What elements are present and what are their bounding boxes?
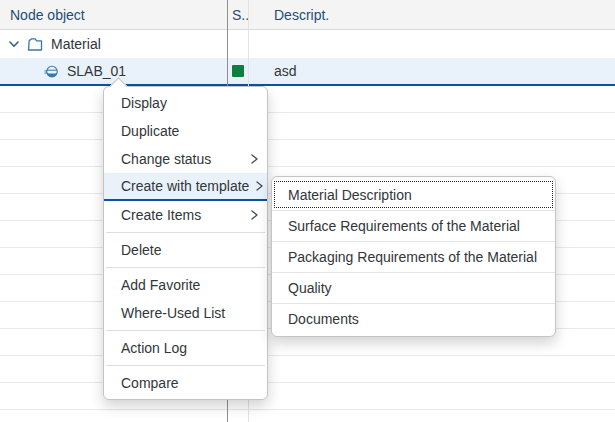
context-menu: Display Duplicate Change status Create w…: [103, 86, 268, 400]
submenu-arrow-icon: [250, 209, 259, 221]
submenu-item-quality[interactable]: Quality: [272, 272, 555, 303]
empty-table-row: [0, 140, 615, 167]
menu-item-duplicate[interactable]: Duplicate: [104, 117, 267, 145]
submenu-item-documents[interactable]: Documents: [272, 303, 555, 334]
submenu-arrow-icon: [250, 153, 259, 165]
menu-item-compare[interactable]: Compare: [104, 369, 267, 397]
context-menu-items: Display Duplicate Change status Create w…: [104, 89, 267, 397]
table-header: Node object S... Descript.: [0, 0, 615, 30]
submenu-item-label: Surface Requirements of the Material: [288, 218, 520, 234]
node-label: Material: [51, 36, 101, 52]
menu-separator: [106, 330, 265, 331]
tree-row-slab-01[interactable]: SLAB_01 asd: [0, 58, 615, 86]
status-cell: [227, 58, 248, 84]
node-tree-screen: Node object S... Descript. Material: [0, 0, 615, 422]
empty-table-row: [0, 383, 615, 410]
empty-table-row: [0, 113, 615, 140]
menu-item-label: Create with template: [121, 178, 249, 194]
submenu-item-label: Material Description: [288, 187, 412, 203]
menu-separator: [106, 267, 265, 268]
material-object-icon: [44, 64, 59, 79]
column-header-description[interactable]: Descript.: [248, 0, 615, 29]
node-cell: SLAB_01: [0, 58, 227, 84]
menu-item-label: Duplicate: [121, 123, 259, 139]
menu-item-action-log[interactable]: Action Log: [104, 334, 267, 362]
menu-item-label: Delete: [121, 242, 259, 258]
submenu-item-label: Packaging Requirements of the Material: [288, 249, 537, 265]
submenu-arrow-icon: [255, 180, 264, 192]
menu-separator: [106, 232, 265, 233]
menu-item-label: Display: [121, 95, 259, 111]
menu-item-label: Create Items: [121, 207, 244, 223]
menu-item-delete[interactable]: Delete: [104, 236, 267, 264]
chevron-down-icon[interactable]: [8, 38, 20, 50]
menu-item-where-used-list[interactable]: Where-Used List: [104, 299, 267, 327]
menu-item-label: Change status: [121, 151, 244, 167]
menu-item-change-status[interactable]: Change status: [104, 145, 267, 173]
empty-table-row: [0, 356, 615, 383]
menu-item-display[interactable]: Display: [104, 89, 267, 117]
column-header-status[interactable]: S...: [227, 0, 248, 29]
menu-item-label: Where-Used List: [121, 305, 259, 321]
menu-separator: [106, 365, 265, 366]
description-cell: asd: [248, 58, 615, 84]
menu-item-create-items[interactable]: Create Items: [104, 201, 267, 229]
submenu-item-material-description[interactable]: Material Description: [272, 179, 555, 210]
empty-table-row: [0, 410, 615, 422]
menu-item-create-with-template[interactable]: Create with template: [104, 173, 267, 201]
submenu-item-label: Quality: [288, 280, 332, 296]
menu-item-label: Action Log: [121, 340, 259, 356]
menu-item-add-favorite[interactable]: Add Favorite: [104, 271, 267, 299]
status-cell: [227, 30, 248, 58]
submenu-item-packaging-requirements-of-the-material[interactable]: Packaging Requirements of the Material: [272, 241, 555, 272]
submenu-item-label: Documents: [288, 311, 359, 327]
node-cell: Material: [0, 30, 227, 58]
tree-row-material[interactable]: Material: [0, 30, 615, 58]
empty-table-row: [0, 86, 615, 113]
folder-icon: [27, 37, 43, 52]
menu-item-label: Compare: [121, 375, 259, 391]
column-header-node-object[interactable]: Node object: [0, 0, 227, 29]
status-green-square: [232, 65, 244, 77]
description-cell: [248, 30, 615, 58]
submenu-item-surface-requirements-of-the-material[interactable]: Surface Requirements of the Material: [272, 210, 555, 241]
menu-item-label: Add Favorite: [121, 277, 259, 293]
description-text: asd: [274, 63, 297, 79]
create-with-template-submenu: Material Description Surface Requirement…: [271, 176, 556, 337]
